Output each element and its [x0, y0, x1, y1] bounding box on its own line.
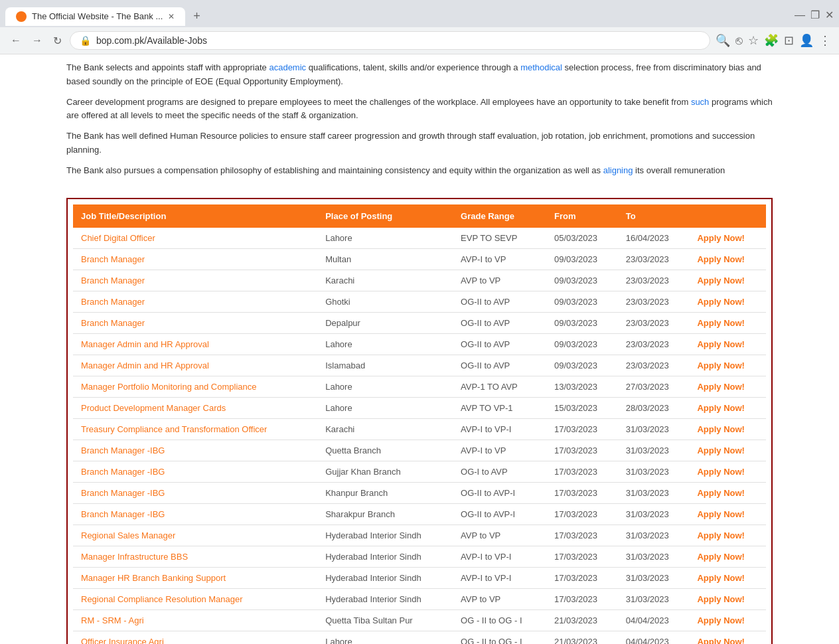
maximize-icon[interactable]: ❐ [810, 9, 820, 21]
bookmark-icon[interactable]: ☆ [748, 33, 759, 48]
job-title-cell[interactable]: Manager Portfolio Monitoring and Complia… [73, 376, 317, 397]
job-title-cell[interactable]: Branch Manager [73, 270, 317, 291]
from-cell: 17/03/2023 [546, 418, 618, 440]
table-row: Product Development Manager Cards Lahore… [73, 397, 766, 418]
apply-now-button[interactable]: Apply Now! [689, 567, 766, 588]
apply-now-button[interactable]: Apply Now! [689, 291, 766, 312]
grade-cell: AVP-I to VP-I [453, 567, 546, 588]
grade-cell: OG-II to AVP-I [453, 482, 546, 503]
table-row: Branch Manager Multan AVP-I to VP 09/03/… [73, 248, 766, 270]
back-button[interactable]: ← [8, 32, 24, 49]
job-title-cell[interactable]: Product Development Manager Cards [73, 397, 317, 418]
forward-button[interactable]: → [29, 32, 45, 49]
apply-now-button[interactable]: Apply Now! [689, 312, 766, 333]
job-title-cell[interactable]: Branch Manager [73, 312, 317, 333]
apply-now-button[interactable]: Apply Now! [689, 440, 766, 461]
grade-cell: OG-I to AVP [453, 461, 546, 482]
apply-now-button[interactable]: Apply Now! [689, 248, 766, 270]
job-title-cell[interactable]: Manager Admin and HR Approval [73, 333, 317, 355]
from-cell: 13/03/2023 [546, 376, 618, 397]
from-cell: 21/03/2023 [546, 609, 618, 631]
share-icon[interactable]: ⎋ [735, 34, 743, 48]
table-row: Manager Infrastructure BBS Hyderabad Int… [73, 546, 766, 567]
apply-now-button[interactable]: Apply Now! [689, 482, 766, 503]
apply-now-button[interactable]: Apply Now! [689, 376, 766, 397]
from-cell: 09/03/2023 [546, 248, 618, 270]
apply-now-button[interactable]: Apply Now! [689, 588, 766, 609]
grade-cell: AVP-I to VP-I [453, 418, 546, 440]
apply-now-button[interactable]: Apply Now! [689, 503, 766, 524]
job-title-cell[interactable]: Branch Manager -IBG [73, 440, 317, 461]
from-cell: 17/03/2023 [546, 503, 618, 524]
to-cell: 23/03/2023 [618, 312, 690, 333]
apply-now-button[interactable]: Apply Now! [689, 397, 766, 418]
intro-paragraph-4: The Bank also pursues a compensation phi… [66, 164, 773, 178]
table-row: Manager Admin and HR Approval Islamabad … [73, 355, 766, 376]
table-row: Manager Admin and HR Approval Lahore OG-… [73, 333, 766, 355]
extensions-icon[interactable]: 🧩 [764, 33, 779, 48]
job-title-cell[interactable]: Regional Sales Manager [73, 524, 317, 546]
profile-icon[interactable]: 👤 [799, 33, 814, 48]
tab-close-button[interactable]: ✕ [168, 12, 175, 21]
table-row: Officer Insurance Agri Lahore OG - II to… [73, 631, 766, 644]
apply-now-button[interactable]: Apply Now! [689, 631, 766, 644]
apply-now-button[interactable]: Apply Now! [689, 418, 766, 440]
from-cell: 09/03/2023 [546, 312, 618, 333]
close-icon[interactable]: ✕ [825, 9, 834, 21]
table-row: Treasury Compliance and Transformation O… [73, 418, 766, 440]
job-title-cell[interactable]: Treasury Compliance and Transformation O… [73, 418, 317, 440]
minimize-icon[interactable]: — [795, 9, 805, 21]
table-row: Branch Manager Ghotki OG-II to AVP 09/03… [73, 291, 766, 312]
apply-now-button[interactable]: Apply Now! [689, 333, 766, 355]
url-input[interactable] [96, 35, 700, 46]
apply-now-button[interactable]: Apply Now! [689, 228, 766, 249]
job-title-cell[interactable]: RM - SRM - Agri [73, 609, 317, 631]
place-cell: Lahore [317, 228, 453, 249]
job-title-cell[interactable]: Regional Compliance Resolution Manager [73, 588, 317, 609]
job-title-cell[interactable]: Officer Insurance Agri [73, 631, 317, 644]
apply-now-button[interactable]: Apply Now! [689, 270, 766, 291]
to-cell: 27/03/2023 [618, 376, 690, 397]
job-title-cell[interactable]: Branch Manager [73, 248, 317, 270]
to-cell: 31/03/2023 [618, 440, 690, 461]
new-tab-button[interactable]: + [185, 5, 208, 27]
table-row: Branch Manager -IBG Khanpur Branch OG-II… [73, 482, 766, 503]
menu-icon[interactable]: ⋮ [819, 33, 831, 48]
refresh-button[interactable]: ↻ [50, 32, 64, 50]
apply-now-button[interactable]: Apply Now! [689, 546, 766, 567]
address-bar[interactable]: 🔒 [70, 31, 710, 50]
col-to: To [618, 204, 690, 228]
methodical-link[interactable]: methodical [520, 62, 562, 72]
table-row: Branch Manager -IBG Quetta Branch AVP-I … [73, 440, 766, 461]
job-title-cell[interactable]: Manager Admin and HR Approval [73, 355, 317, 376]
job-title-cell[interactable]: Manager HR Branch Banking Support [73, 567, 317, 588]
table-header: Job Title/Description Place of Posting G… [73, 204, 766, 228]
job-title-cell[interactable]: Manager Infrastructure BBS [73, 546, 317, 567]
job-title-cell[interactable]: Branch Manager [73, 291, 317, 312]
aligning-link[interactable]: aligning [603, 165, 633, 175]
apply-now-button[interactable]: Apply Now! [689, 524, 766, 546]
from-cell: 09/03/2023 [546, 291, 618, 312]
search-icon[interactable]: 🔍 [716, 33, 730, 48]
job-title-cell[interactable]: Branch Manager -IBG [73, 461, 317, 482]
toolbar-actions: 🔍 ⎋ ☆ 🧩 ⊡ 👤 ⋮ [716, 33, 831, 48]
grade-cell: AVP-I to VP-I [453, 546, 546, 567]
place-cell: Karachi [317, 270, 453, 291]
place-cell: Khanpur Branch [317, 482, 453, 503]
job-title-cell[interactable]: Branch Manager -IBG [73, 482, 317, 503]
intro-paragraph-3: The Bank has well defined Human Resource… [66, 129, 773, 157]
from-cell: 17/03/2023 [546, 440, 618, 461]
job-title-cell[interactable]: Branch Manager -IBG [73, 503, 317, 524]
apply-now-button[interactable]: Apply Now! [689, 355, 766, 376]
such-link[interactable]: such [691, 97, 709, 107]
table-row: Branch Manager -IBG Gujjar Khan Branch O… [73, 461, 766, 482]
apply-now-button[interactable]: Apply Now! [689, 461, 766, 482]
job-title-cell[interactable]: Chief Digital Officer [73, 228, 317, 249]
active-tab[interactable]: The Official Website - The Bank ... ✕ [5, 7, 185, 26]
tab-menu-icon[interactable]: ⊡ [784, 33, 794, 48]
to-cell: 31/03/2023 [618, 461, 690, 482]
apply-now-button[interactable]: Apply Now! [689, 609, 766, 631]
academic-link[interactable]: academic [269, 62, 306, 72]
place-cell: Karachi [317, 418, 453, 440]
place-cell: Lahore [317, 397, 453, 418]
